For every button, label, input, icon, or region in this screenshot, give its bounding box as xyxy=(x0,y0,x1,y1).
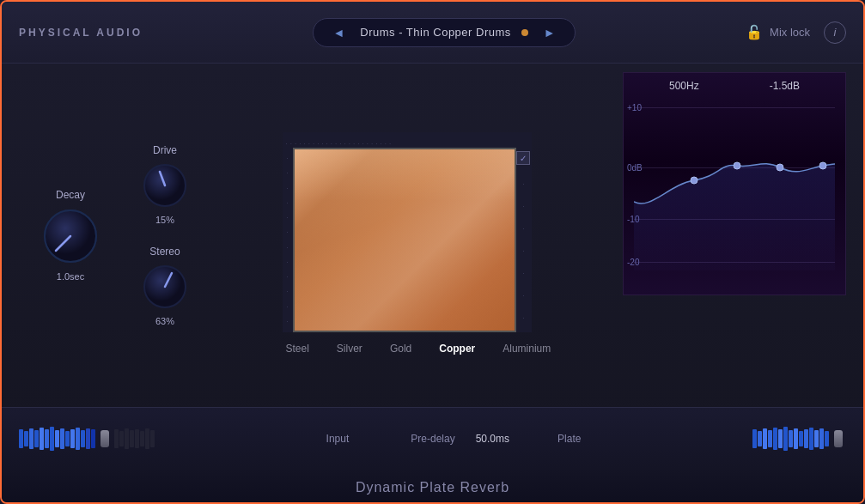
svg-point-7 xyxy=(819,162,826,169)
eq-gain: -1.5dB xyxy=(770,80,800,92)
middle-controls: Drive 15% Ste xyxy=(122,72,208,398)
decay-knob[interactable] xyxy=(40,206,101,266)
preset-modified-dot xyxy=(521,29,528,36)
vu-bar-10 xyxy=(65,431,70,446)
vu-bar-12 xyxy=(76,428,80,450)
plate-vu-bar-13 xyxy=(814,430,819,447)
stereo-group: Stereo 63% xyxy=(141,246,189,326)
eq-display: 500Hz -1.5dB +10 0dB -10 -20 xyxy=(623,72,846,295)
material-tab-gold[interactable]: Gold xyxy=(387,341,415,356)
input-vu-meter xyxy=(19,427,155,451)
input-vu-handle[interactable] xyxy=(101,430,109,447)
vu-bar-4 xyxy=(34,430,39,447)
plate-display: · · · · · · · · · · · · · · · xyxy=(208,72,614,398)
vu-bar-dark-6 xyxy=(140,431,144,446)
plate-vu-bar-4 xyxy=(768,430,772,447)
vu-bar-3 xyxy=(29,428,34,449)
plate-vu-bar-12 xyxy=(809,428,813,450)
vu-bar-dark-4 xyxy=(130,430,134,447)
drive-value: 15% xyxy=(155,215,174,225)
plate-vu-bar-6 xyxy=(778,429,783,448)
bottom-bar: Input Pre-delay 50.0ms Plate xyxy=(2,407,863,469)
preset-navigator: ◄ Drums - Thin Copper Drums ► xyxy=(313,18,575,47)
plate-vu-bar-7 xyxy=(783,427,788,451)
svg-point-4 xyxy=(691,177,697,184)
input-vu-bars-active xyxy=(19,427,95,451)
lock-icon: 🔓 xyxy=(746,24,763,40)
input-label: Input xyxy=(326,433,350,445)
mix-lock-button[interactable]: 🔓 Mix lock xyxy=(746,24,810,40)
plate-vu-bar-1 xyxy=(752,429,757,448)
material-tab-silver[interactable]: Silver xyxy=(333,341,366,356)
input-vu-bars-inactive xyxy=(114,428,155,449)
vu-bar-1 xyxy=(19,429,23,448)
plate-label: Plate xyxy=(557,433,581,445)
stereo-knob[interactable] xyxy=(141,263,189,311)
plate-body: · · · · · · · · · · · · xyxy=(283,148,540,332)
preset-prev-button[interactable]: ◄ xyxy=(327,24,350,41)
plate-vu-bar-8 xyxy=(789,430,793,447)
decay-label: Decay xyxy=(56,189,85,201)
eq-frequency: 500Hz xyxy=(669,80,699,92)
plate-check-icon: ✓ xyxy=(520,154,527,163)
material-tab-aluminium[interactable]: Aluminium xyxy=(499,341,554,356)
plate-vu-bar-11 xyxy=(804,429,808,448)
vu-bar-9 xyxy=(60,428,64,449)
preset-name: Drums - Thin Copper Drums xyxy=(360,26,511,39)
plate-checkbox[interactable]: ✓ xyxy=(516,151,530,165)
plate-vu-bar-15 xyxy=(825,431,829,446)
material-tab-copper[interactable]: Copper xyxy=(436,341,478,356)
footer-title: Dynamic Plate Reverb xyxy=(356,480,509,495)
vu-bar-dark-1 xyxy=(114,429,119,448)
eq-grid[interactable]: +10 0dB -10 -20 xyxy=(624,99,845,270)
plate-vu-bar-2 xyxy=(758,431,762,446)
vu-bar-7 xyxy=(50,427,54,451)
mix-lock-label: Mix lock xyxy=(770,26,810,39)
brand-name: PHYSICAL AUDIO xyxy=(19,27,143,39)
vu-bar-11 xyxy=(70,429,75,448)
preset-next-button[interactable]: ► xyxy=(539,24,561,41)
pre-delay-label: Pre-delay xyxy=(411,433,454,445)
eq-header: 500Hz -1.5dB xyxy=(624,73,845,99)
vu-bar-6 xyxy=(45,429,49,448)
plate-vu-bar-14 xyxy=(819,428,824,449)
vu-bar-15 xyxy=(91,429,95,448)
drive-label: Drive xyxy=(153,144,177,156)
plate-vu-bar-10 xyxy=(799,431,803,446)
svg-point-6 xyxy=(777,164,783,171)
svg-point-5 xyxy=(734,162,740,169)
plate-vu-handle[interactable] xyxy=(834,430,843,447)
material-tab-steel[interactable]: Steel xyxy=(283,341,313,356)
material-tabs: Steel Silver Gold Copper Aluminium xyxy=(283,341,540,356)
footer: Dynamic Plate Reverb xyxy=(2,469,863,504)
decay-value: 1.0sec xyxy=(57,271,84,282)
plate-vu-bar-3 xyxy=(763,428,767,449)
pre-delay-value[interactable]: 50.0ms xyxy=(476,433,509,445)
plate-vu-bar-5 xyxy=(773,428,777,450)
plate-ruler-right: ✓ · · · · · · · · xyxy=(516,148,532,332)
info-button[interactable]: i xyxy=(824,21,846,44)
vu-bar-5 xyxy=(40,428,44,450)
stereo-label: Stereo xyxy=(149,246,180,258)
vu-bar-dark-5 xyxy=(135,429,139,448)
stereo-value: 63% xyxy=(155,316,174,326)
bottom-center-controls: Input Pre-delay 50.0ms Plate xyxy=(155,433,752,445)
main-content: Decay 1.0sec xyxy=(2,64,863,407)
drive-group: Drive 15% xyxy=(141,144,189,225)
plate-vu-bar-9 xyxy=(794,428,798,449)
plate-vu-meter xyxy=(752,427,846,451)
plate-ruler-left: · · · · · · · · · · · · xyxy=(283,148,293,332)
pre-delay-control: Pre-delay 50.0ms xyxy=(397,433,509,445)
header: PHYSICAL AUDIO ◄ Drums - Thin Copper Dru… xyxy=(2,2,863,64)
plugin-container: PHYSICAL AUDIO ◄ Drums - Thin Copper Dru… xyxy=(0,0,865,504)
vu-bar-13 xyxy=(81,430,85,447)
eq-curve[interactable] xyxy=(634,99,835,270)
plate-frame: · · · · · · · · · · · · · · · xyxy=(283,132,540,338)
vu-bar-dark-3 xyxy=(125,428,129,449)
drive-knob[interactable] xyxy=(141,161,189,209)
vu-bar-dark-2 xyxy=(119,431,124,446)
plate-vu-bars-active xyxy=(752,427,829,451)
vu-bar-14 xyxy=(86,428,90,449)
plate-ruler-top: · · · · · · · · · · · · · · · xyxy=(283,132,532,148)
eq-panel: 500Hz -1.5dB +10 0dB -10 -20 xyxy=(623,72,846,295)
